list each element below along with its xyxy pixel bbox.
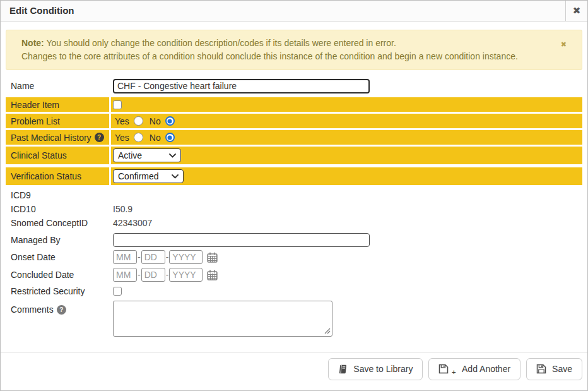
chevron-down-icon bbox=[169, 153, 176, 158]
pmh-no-label: No bbox=[150, 133, 161, 143]
edit-condition-dialog: Edit Condition ✖ Note: You should only c… bbox=[0, 0, 588, 391]
help-icon[interactable]: ? bbox=[95, 133, 104, 142]
onset-calendar-icon[interactable] bbox=[207, 252, 218, 263]
restricted-security-checkbox[interactable] bbox=[113, 287, 122, 296]
onset-month-input[interactable] bbox=[113, 250, 137, 264]
name-input[interactable] bbox=[113, 79, 370, 93]
comments-label: Comments bbox=[11, 304, 54, 315]
problem-list-yes-label: Yes bbox=[115, 116, 129, 126]
clinical-status-row: Clinical Status Active bbox=[6, 147, 582, 164]
onset-date-label: Onset Date bbox=[6, 250, 109, 265]
page-title: Edit Condition bbox=[1, 1, 565, 21]
concluded-day-input[interactable] bbox=[141, 268, 165, 282]
icd9-label: ICD9 bbox=[6, 188, 109, 202]
snomed-label: Snomed ConceptID bbox=[6, 216, 109, 230]
dialog-footer: Save to Library + Add Another Save bbox=[1, 352, 587, 390]
icd9-value bbox=[111, 188, 582, 202]
snomed-row: Snomed ConceptID 42343007 bbox=[6, 216, 582, 230]
condition-form: Name Header Item Problem List Yes No bbox=[6, 78, 582, 339]
concluded-month-input[interactable] bbox=[113, 268, 137, 282]
icd10-label: ICD10 bbox=[6, 202, 109, 216]
clinical-status-label: Clinical Status bbox=[6, 147, 109, 164]
problem-list-label: Problem List bbox=[6, 114, 109, 128]
restricted-security-row: Restricted Security bbox=[6, 285, 582, 298]
comments-row: Comments ? bbox=[6, 301, 582, 339]
past-medical-history-row: Past Medical History ? Yes No bbox=[6, 130, 582, 145]
plus-icon: + bbox=[451, 369, 456, 375]
note-label: Note: bbox=[21, 38, 44, 48]
header-item-row: Header Item bbox=[6, 97, 582, 112]
onset-year-input[interactable] bbox=[169, 250, 203, 264]
problem-list-no-radio[interactable] bbox=[165, 116, 175, 126]
concluded-date-label: Concluded Date bbox=[6, 267, 109, 282]
verification-status-select[interactable]: Confirmed bbox=[113, 169, 184, 183]
pmh-yes-label: Yes bbox=[115, 133, 129, 143]
icd10-row: ICD10 I50.9 bbox=[6, 202, 582, 216]
problem-list-yes-radio[interactable] bbox=[134, 116, 143, 126]
onset-date-row: Onset Date - - bbox=[6, 250, 582, 265]
name-label: Name bbox=[6, 78, 109, 94]
book-icon bbox=[338, 364, 348, 374]
verification-status-row: Verification Status Confirmed bbox=[6, 167, 582, 185]
name-row: Name bbox=[6, 78, 582, 94]
managed-by-input[interactable] bbox=[113, 233, 370, 247]
note-close-icon[interactable]: ✖ bbox=[561, 40, 567, 49]
concluded-year-input[interactable] bbox=[169, 268, 203, 282]
restricted-security-label: Restricted Security bbox=[6, 285, 109, 298]
managed-by-label: Managed By bbox=[6, 232, 109, 248]
comments-textarea[interactable] bbox=[113, 301, 332, 337]
clinical-status-select[interactable]: Active bbox=[113, 148, 181, 162]
header-item-checkbox[interactable] bbox=[113, 100, 122, 109]
save-to-library-button[interactable]: Save to Library bbox=[328, 358, 423, 380]
past-medical-history-label: Past Medical History bbox=[11, 133, 91, 143]
add-another-button[interactable]: + Add Another bbox=[428, 358, 520, 380]
problem-list-no-label: No bbox=[150, 116, 161, 126]
problem-list-row: Problem List Yes No bbox=[6, 114, 582, 128]
save-plus-icon bbox=[438, 364, 449, 374]
pmh-no-radio[interactable] bbox=[165, 133, 175, 142]
help-icon[interactable]: ? bbox=[57, 305, 66, 315]
save-button[interactable]: Save bbox=[526, 358, 582, 380]
close-icon[interactable]: ✖ bbox=[565, 1, 587, 21]
icd10-value: I50.9 bbox=[111, 202, 582, 216]
verification-status-label: Verification Status bbox=[6, 167, 109, 185]
pmh-yes-radio[interactable] bbox=[134, 133, 143, 142]
note-line2: Changes to the core attributes of a cond… bbox=[21, 50, 560, 63]
chevron-down-icon bbox=[172, 174, 179, 179]
note-banner: Note: You should only change the conditi… bbox=[6, 30, 582, 70]
concluded-calendar-icon[interactable] bbox=[207, 270, 218, 280]
icd9-row: ICD9 bbox=[6, 188, 582, 202]
note-line1: Note: You should only change the conditi… bbox=[21, 37, 560, 50]
dialog-header: Edit Condition ✖ bbox=[1, 1, 587, 21]
save-icon bbox=[536, 364, 546, 374]
managed-by-row: Managed By bbox=[6, 232, 582, 248]
header-item-label: Header Item bbox=[6, 97, 109, 112]
concluded-date-row: Concluded Date - - bbox=[6, 267, 582, 282]
onset-day-input[interactable] bbox=[141, 250, 165, 264]
snomed-value: 42343007 bbox=[111, 216, 582, 230]
